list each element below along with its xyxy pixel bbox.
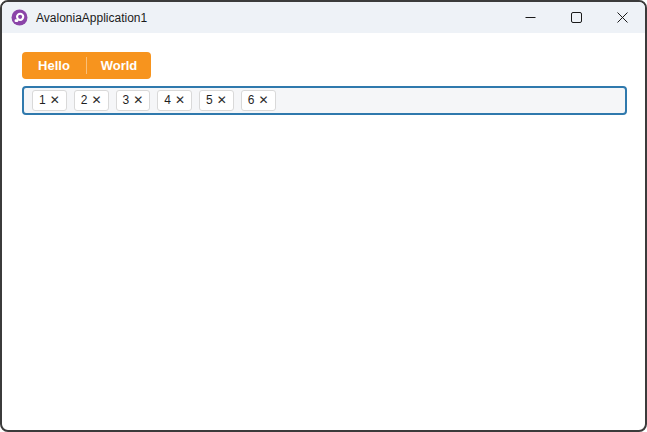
chip-label: 1 [39, 93, 46, 107]
chip-close-button[interactable]: ✕ [133, 94, 143, 106]
titlebar[interactable]: AvaloniaApplication1 [2, 2, 645, 33]
tag-input-box[interactable]: 1 ✕ 2 ✕ 3 ✕ 4 ✕ 5 ✕ 6 ✕ [22, 86, 627, 115]
tabstrip: Hello World [22, 52, 151, 79]
close-icon: ✕ [133, 93, 143, 107]
chip-close-button[interactable]: ✕ [217, 94, 227, 106]
minimize-icon [525, 12, 536, 23]
tab-hello[interactable]: Hello [22, 52, 86, 79]
chip-close-button[interactable]: ✕ [91, 94, 101, 106]
maximize-icon [571, 12, 582, 23]
caption-buttons [507, 2, 645, 33]
tag-chip[interactable]: 5 ✕ [199, 90, 234, 110]
maximize-button[interactable] [553, 2, 599, 33]
app-window: AvaloniaApplication1 [0, 0, 647, 432]
chip-close-button[interactable]: ✕ [175, 94, 185, 106]
chip-label: 6 [248, 93, 255, 107]
close-icon: ✕ [258, 93, 268, 107]
close-icon: ✕ [50, 93, 60, 107]
tab-world[interactable]: World [87, 52, 151, 79]
close-icon: ✕ [175, 93, 185, 107]
tag-chip[interactable]: 1 ✕ [32, 90, 67, 110]
close-icon: ✕ [91, 93, 101, 107]
window-title: AvaloniaApplication1 [36, 11, 147, 25]
close-icon: ✕ [217, 93, 227, 107]
tag-chip[interactable]: 2 ✕ [74, 90, 109, 110]
tag-chip[interactable]: 3 ✕ [116, 90, 151, 110]
chip-label: 4 [164, 93, 171, 107]
chip-close-button[interactable]: ✕ [50, 94, 60, 106]
close-icon [617, 12, 628, 23]
minimize-button[interactable] [507, 2, 553, 33]
avalonia-logo-icon [11, 9, 28, 26]
chip-label: 3 [123, 93, 130, 107]
tag-chip[interactable]: 4 ✕ [157, 90, 192, 110]
chip-close-button[interactable]: ✕ [258, 94, 268, 106]
chip-label: 2 [81, 93, 88, 107]
tag-chip[interactable]: 6 ✕ [241, 90, 276, 110]
chip-label: 5 [206, 93, 213, 107]
close-button[interactable] [599, 2, 645, 33]
